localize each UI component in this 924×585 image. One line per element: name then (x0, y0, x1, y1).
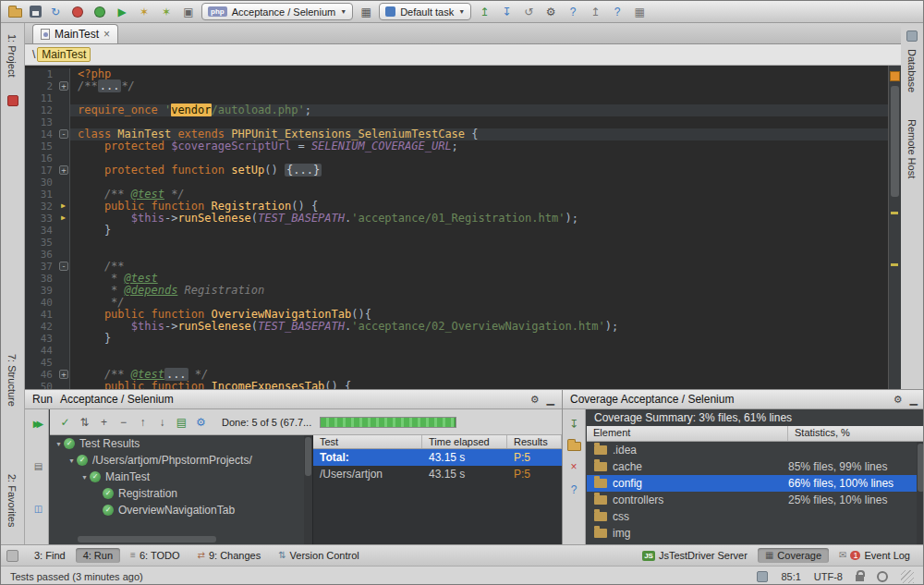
console-icon[interactable]: ◫ (29, 502, 45, 517)
readonly-lock-icon[interactable] (856, 575, 864, 581)
run-icon[interactable]: ▶ (114, 5, 130, 19)
fold-toggle-icon[interactable]: + (59, 370, 68, 379)
tab-maintest[interactable]: MainTest × (32, 24, 118, 43)
test-marker-icon[interactable]: ▶ (61, 214, 66, 222)
code-line[interactable]: 34} (25, 225, 888, 237)
sidebar-item-favorites[interactable]: 2: Favorites (6, 474, 18, 527)
tree-horizontal-scrollbar[interactable] (78, 536, 216, 542)
close-coverage-icon[interactable]: × (565, 459, 582, 474)
test-marker-icon[interactable]: ▶ (61, 202, 66, 210)
code-line[interactable]: 43} (25, 333, 888, 345)
test-tree-item[interactable]: ▼✓Test Results (50, 435, 312, 452)
database-console-icon[interactable]: ▦ (631, 5, 648, 19)
vcs-commit-icon[interactable]: ↥ (476, 5, 492, 19)
test-tree-item[interactable]: ▼✓MainTest (50, 469, 312, 485)
breadcrumb-class[interactable]: MainTest (37, 47, 91, 62)
paste-icon[interactable]: ▣ (180, 5, 197, 19)
statistics-column-header[interactable]: Results (507, 435, 562, 448)
code-line[interactable]: 44 (25, 345, 888, 357)
code-line[interactable]: 35 (25, 237, 888, 249)
error-stripe-mark[interactable] (890, 71, 900, 81)
sort-by-duration-icon[interactable]: ⇅ (78, 415, 91, 430)
toolwindow-button-changes[interactable]: ⇄9: Changes (190, 548, 269, 563)
expand-all-icon[interactable]: + (97, 415, 111, 430)
hide-passed-icon[interactable]: ✓ (58, 415, 72, 430)
gear-icon[interactable]: ⚙ (894, 394, 903, 406)
code-line[interactable]: 15protected $coverageScriptUrl = SELENIU… (25, 140, 888, 152)
close-tab-icon[interactable]: × (103, 29, 110, 40)
previous-failed-test-icon[interactable]: ↑ (136, 415, 150, 430)
bookmarks-icon[interactable] (7, 95, 18, 106)
result-row[interactable]: /Users/artjon43.15 sP:5 (313, 466, 562, 482)
stop-icon[interactable] (72, 6, 83, 18)
toolwindow-button-todo[interactable]: ≡6: TODO (123, 548, 187, 563)
run-inspections-icon[interactable]: ✶ (158, 5, 175, 19)
search-stripe-mark[interactable] (891, 212, 898, 214)
editor-scrollbar[interactable] (888, 66, 901, 389)
code-line[interactable]: 2+/**...*/ (25, 80, 888, 92)
coverage-panel-header[interactable]: Coverage Acceptance / Selenium ⚙ ▁ (563, 390, 924, 409)
toolwindow-button-jstestdriver-server[interactable]: JSJsTestDriver Server (635, 548, 755, 563)
coverage-row[interactable]: css (587, 508, 924, 525)
fold-toggle-icon[interactable]: + (59, 81, 68, 91)
coverage-row[interactable]: .idea (587, 442, 924, 458)
test-tree-item[interactable]: ▼✓/Users/artjom/PhpstormProjects/ (50, 452, 312, 469)
coverage-column-header[interactable]: Element (587, 426, 788, 441)
run-coverage-icon[interactable]: ✶ (136, 5, 152, 19)
run-panel-header[interactable]: Run Acceptance / Selenium ⚙ ▁ (25, 390, 562, 409)
toolwindow-button-run[interactable]: 4: Run (76, 548, 120, 563)
vcs-update-icon[interactable]: ↧ (498, 5, 515, 19)
vcs-push-icon[interactable]: ↥ (587, 5, 603, 19)
code-line[interactable]: 50public function IncomeExpensesTab() { (25, 381, 888, 389)
coverage-help-icon[interactable]: ? (565, 482, 582, 497)
code-editor[interactable]: 1<?php2+/**...*/1112require_once 'vendor… (25, 66, 901, 389)
code-line[interactable]: 42$this->runSelenese(TEST_BASEPATH.'acce… (25, 321, 888, 333)
help-icon[interactable]: ? (565, 5, 581, 19)
fold-toggle-icon[interactable]: + (59, 165, 68, 175)
test-runner-settings-icon[interactable]: ⚙ (194, 415, 208, 430)
task-select[interactable]: Default task ▼ (379, 3, 471, 20)
save-all-icon[interactable] (30, 6, 42, 18)
statistics-column-header[interactable]: Time elapsed (422, 435, 507, 448)
hector-inspector-icon[interactable] (877, 571, 888, 582)
coverage-row[interactable]: config66% files, 100% lines (587, 475, 924, 492)
test-tree-item[interactable]: ✓OverviewNavigationTab (50, 502, 312, 518)
fold-toggle-icon[interactable]: - (59, 262, 68, 271)
flatten-packages-icon[interactable] (567, 442, 581, 451)
next-failed-test-icon[interactable]: ↓ (155, 415, 169, 430)
caret-position[interactable]: 85:1 (781, 571, 800, 582)
sidebar-item-project[interactable]: 1: Project (6, 34, 18, 77)
scrollbar-thumb[interactable] (891, 86, 899, 197)
file-encoding[interactable]: UTF-8 (814, 571, 843, 582)
toolwindow-button-find[interactable]: 3: Find (27, 548, 73, 563)
tree-expand-icon[interactable]: ▼ (67, 457, 77, 464)
tree-scrollbar[interactable] (304, 435, 312, 544)
statistics-column-header[interactable]: Test (313, 435, 422, 448)
toolwindow-button-version-control[interactable]: ⇅Version Control (271, 548, 367, 563)
code-line[interactable]: 36 (25, 249, 888, 261)
toolwindow-toggle-icon[interactable] (6, 550, 18, 562)
run-with-coverage-icon[interactable]: ▦ (358, 5, 374, 19)
vcs-revert-icon[interactable]: ↺ (520, 5, 537, 19)
hide-panel-icon[interactable]: ▁ (547, 394, 554, 406)
resume-icon[interactable] (94, 6, 105, 18)
code-line[interactable]: 33▶$this->runSelenese(TEST_BASEPATH.'acc… (25, 213, 888, 225)
sidebar-item-database[interactable]: Database (906, 49, 918, 92)
context-help-icon[interactable]: ? (609, 5, 626, 19)
code-line[interactable]: 39 * @depends Registration (25, 285, 888, 297)
tree-expand-icon[interactable]: ▼ (54, 441, 64, 447)
sidebar-item-structure[interactable]: 7: Structure (6, 354, 18, 407)
gear-icon[interactable]: ⚙ (530, 394, 540, 406)
coverage-row[interactable]: img (587, 525, 924, 542)
coverage-row[interactable]: cache85% files, 99% lines (587, 458, 924, 475)
inspections-profile-icon[interactable] (757, 571, 768, 582)
sidebar-item-remote-host[interactable]: Remote Host (906, 119, 918, 178)
coverage-scrollbar[interactable] (917, 442, 924, 544)
export-test-results-icon[interactable]: ▤ (175, 415, 188, 430)
test-tree-item[interactable]: ✓Registration (50, 485, 312, 502)
collapse-all-icon[interactable]: − (116, 415, 130, 430)
fold-toggle-icon[interactable]: - (59, 129, 68, 139)
coverage-column-header[interactable]: Statistics, % (788, 426, 924, 441)
tree-expand-icon[interactable]: ▼ (79, 474, 90, 481)
settings-icon[interactable]: ⚙ (542, 5, 559, 19)
